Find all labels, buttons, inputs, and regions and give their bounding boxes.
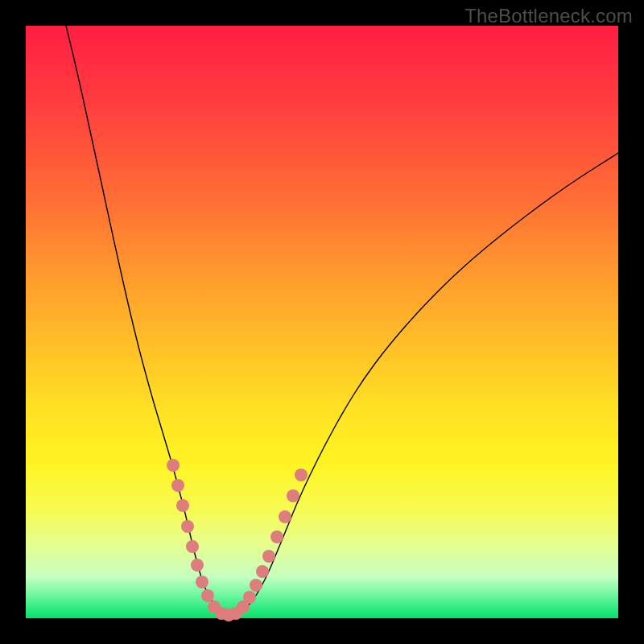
- data-dot: [287, 489, 299, 502]
- data-dot: [196, 576, 208, 588]
- watermark-text: TheBottleneck.com: [464, 5, 633, 27]
- data-dot: [295, 469, 308, 481]
- data-dot: [250, 579, 262, 592]
- data-dot: [270, 530, 283, 543]
- data-dot: [186, 540, 199, 553]
- data-dot: [201, 589, 214, 602]
- data-dot: [262, 550, 275, 563]
- data-dots-group: [167, 459, 308, 621]
- data-dot: [167, 459, 180, 472]
- chart-svg: [26, 26, 618, 618]
- data-dot: [171, 479, 184, 492]
- plot-area: [26, 26, 618, 618]
- bottleneck-curve: [58, 0, 618, 615]
- data-dot: [279, 510, 291, 523]
- data-dot: [256, 565, 269, 578]
- data-dot: [181, 520, 194, 533]
- chart-frame: TheBottleneck.com: [0, 0, 644, 644]
- data-dot: [191, 559, 204, 572]
- data-dot: [176, 499, 189, 512]
- data-dot: [243, 591, 256, 604]
